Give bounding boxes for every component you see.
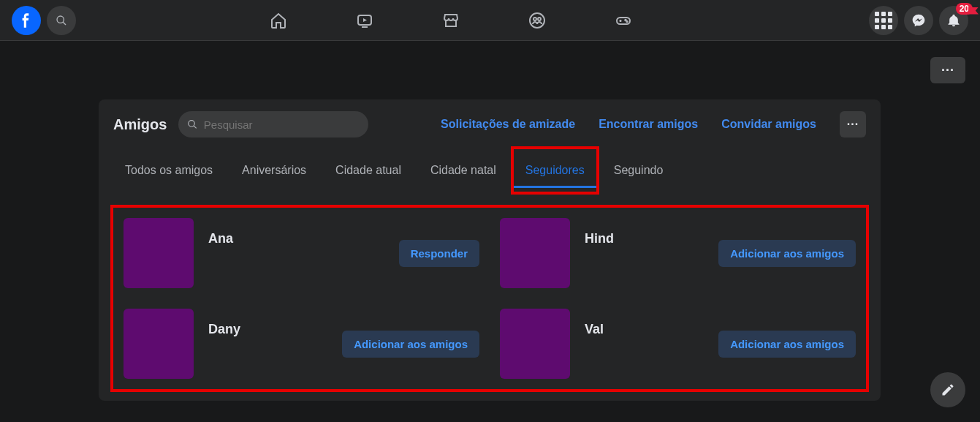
svg-point-10	[625, 19, 626, 20]
follower-name[interactable]: Val	[585, 322, 704, 337]
tab-current-city[interactable]: Cidade atual	[335, 155, 401, 186]
nav-center	[32, 0, 869, 41]
nav-home[interactable]	[238, 0, 319, 41]
friends-search[interactable]	[178, 111, 368, 137]
respond-button[interactable]: Responder	[399, 240, 479, 267]
svg-point-4	[530, 13, 544, 28]
link-find-friends[interactable]: Encontrar amigos	[599, 118, 698, 131]
follower-name[interactable]: Ana	[208, 231, 384, 246]
follower-card: Ana Responder	[121, 215, 482, 291]
nav-marketplace[interactable]	[411, 0, 491, 41]
compose-button[interactable]	[930, 372, 965, 407]
grid-icon	[875, 12, 892, 29]
profile-more-button[interactable]: ···	[930, 57, 965, 83]
add-friend-button[interactable]: Adicionar aos amigos	[718, 331, 856, 358]
avatar[interactable]	[124, 309, 194, 379]
avatar[interactable]	[124, 218, 194, 288]
page-title: Amigos	[113, 116, 167, 133]
top-nav: 20	[0, 0, 980, 41]
follower-name[interactable]: Hind	[585, 231, 704, 246]
friends-search-input[interactable]	[204, 118, 360, 131]
follower-card: Dany Adicionar aos amigos	[121, 306, 482, 382]
svg-point-5	[533, 18, 536, 20]
compose-icon	[941, 383, 955, 397]
svg-point-12	[189, 121, 194, 127]
followers-grid-highlight: Ana Responder Hind Adicionar aos amigos …	[113, 208, 866, 389]
follower-card: Val Adicionar aos amigos	[497, 306, 859, 382]
menu-button[interactable]	[869, 6, 898, 35]
link-friend-requests[interactable]: Solicitações de amizade	[441, 118, 575, 131]
profile-sub-bar: ···	[0, 41, 980, 99]
tab-hometown[interactable]: Cidade natal	[430, 155, 496, 186]
tab-followers[interactable]: Seguidores	[520, 155, 590, 186]
friends-more-button[interactable]: ···	[840, 111, 866, 137]
notifications-button[interactable]: 20	[939, 6, 968, 35]
friends-tabs: Todos os amigos Aniversários Cidade atua…	[113, 155, 866, 186]
svg-point-11	[626, 20, 628, 22]
link-invite-friends[interactable]: Convidar amigos	[721, 118, 816, 131]
messenger-button[interactable]	[904, 6, 933, 35]
badge-ribbon	[968, 7, 979, 15]
tab-following[interactable]: Seguindo	[614, 155, 664, 186]
svg-point-6	[538, 18, 541, 20]
header-links: Solicitações de amizade Encontrar amigos…	[441, 111, 866, 137]
nav-right: 20	[869, 6, 968, 35]
search-icon	[187, 118, 197, 130]
nav-groups[interactable]	[497, 0, 577, 41]
nav-watch[interactable]	[324, 0, 405, 41]
avatar[interactable]	[500, 218, 570, 288]
add-friend-button[interactable]: Adicionar aos amigos	[342, 331, 479, 358]
svg-line-13	[194, 126, 197, 129]
followers-grid: Ana Responder Hind Adicionar aos amigos …	[121, 215, 859, 382]
tab-all-friends[interactable]: Todos os amigos	[125, 155, 213, 186]
tab-birthdays[interactable]: Aniversários	[242, 155, 306, 186]
friends-header: Amigos Solicitações de amizade Encontrar…	[113, 111, 866, 137]
follower-name[interactable]: Dany	[208, 322, 327, 337]
nav-gaming[interactable]	[583, 0, 664, 41]
follower-card: Hind Adicionar aos amigos	[497, 215, 859, 291]
avatar[interactable]	[500, 309, 570, 379]
add-friend-button[interactable]: Adicionar aos amigos	[718, 240, 856, 267]
friends-section: Amigos Solicitações de amizade Encontrar…	[99, 99, 881, 401]
